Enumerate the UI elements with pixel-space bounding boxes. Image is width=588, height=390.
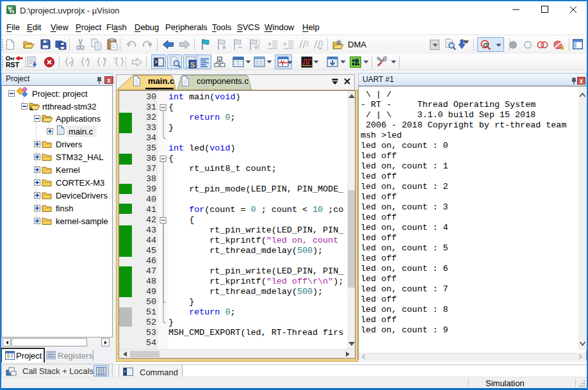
svg-text:S: S xyxy=(190,61,195,69)
svg-text:@: @ xyxy=(482,41,488,48)
svg-text:5: 5 xyxy=(12,10,15,14)
